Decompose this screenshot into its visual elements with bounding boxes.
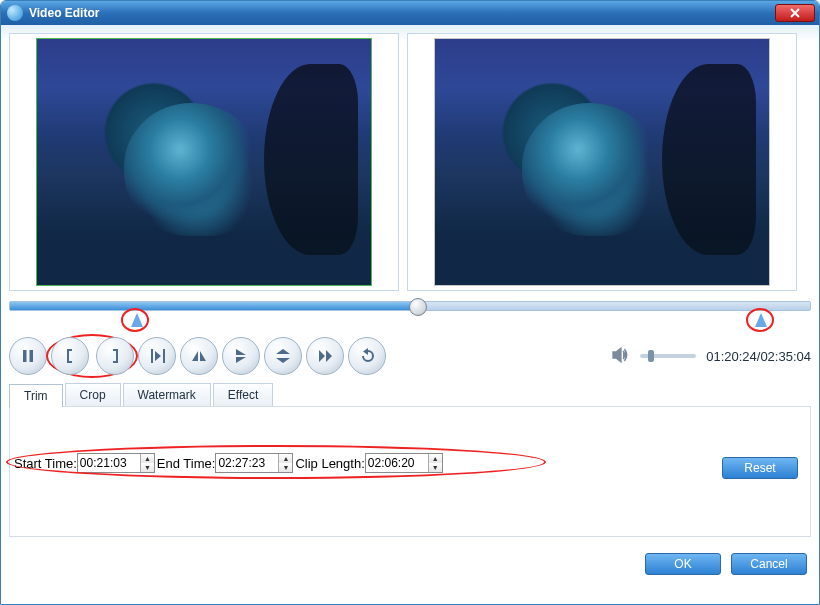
clip-length-label: Clip Length: [295, 456, 364, 471]
start-time-down[interactable]: ▼ [141, 463, 154, 472]
preview-original [9, 33, 399, 291]
tab-effect[interactable]: Effect [213, 383, 273, 406]
mirror-button[interactable] [264, 337, 302, 375]
highlight-start-marker [121, 308, 149, 332]
volume-icon [610, 345, 630, 367]
window-title: Video Editor [29, 6, 99, 20]
start-time-up[interactable]: ▲ [141, 454, 154, 463]
trim-fields-row: Start Time: ▲▼ End Time: ▲▼ Clip Length:… [14, 453, 800, 473]
start-time-spinner[interactable]: ▲▼ [77, 453, 155, 473]
set-start-bracket-button[interactable] [51, 337, 89, 375]
undo-button[interactable] [348, 337, 386, 375]
ok-button[interactable]: OK [645, 553, 721, 575]
next-frame-button[interactable] [306, 337, 344, 375]
pause-button[interactable] [9, 337, 47, 375]
end-time-input[interactable] [216, 454, 278, 472]
flip-vertical-button[interactable] [222, 337, 260, 375]
preview-output-image [434, 38, 770, 286]
end-time-up[interactable]: ▲ [279, 454, 292, 463]
set-end-bracket-button[interactable] [96, 337, 134, 375]
tab-trim[interactable]: Trim [9, 384, 63, 407]
clip-length-up[interactable]: ▲ [429, 454, 442, 463]
tab-crop[interactable]: Crop [65, 383, 121, 406]
clip-length-spinner[interactable]: ▲▼ [365, 453, 443, 473]
footer-buttons: OK Cancel [9, 553, 811, 575]
volume-thumb[interactable] [648, 350, 654, 362]
tab-strip: Trim Crop Watermark Effect [9, 383, 811, 407]
play-segment-button[interactable] [138, 337, 176, 375]
preview-row [9, 33, 811, 291]
controls-row: 01:20:24/02:35:04 [9, 337, 811, 375]
end-time-spinner[interactable]: ▲▼ [215, 453, 293, 473]
svg-rect-1 [30, 350, 34, 362]
end-time-down[interactable]: ▼ [279, 463, 292, 472]
clip-length-input[interactable] [366, 454, 428, 472]
trim-panel: Start Time: ▲▼ End Time: ▲▼ Clip Length:… [9, 407, 811, 537]
tab-watermark[interactable]: Watermark [123, 383, 211, 406]
video-editor-window: Video Editor [0, 0, 820, 605]
timeline-markers [9, 311, 811, 333]
svg-rect-0 [23, 350, 27, 362]
close-button[interactable] [775, 4, 815, 22]
time-readout: 01:20:24/02:35:04 [706, 349, 811, 364]
app-icon [7, 5, 23, 21]
highlight-end-marker [746, 308, 774, 332]
flip-horizontal-button[interactable] [180, 337, 218, 375]
content-area: 01:20:24/02:35:04 Trim Crop Watermark Ef… [1, 25, 819, 583]
preview-original-image [36, 38, 372, 286]
start-time-label: Start Time: [14, 456, 77, 471]
timeline-fill [10, 302, 418, 310]
preview-output [407, 33, 797, 291]
titlebar[interactable]: Video Editor [1, 1, 819, 25]
start-time-input[interactable] [78, 454, 140, 472]
reset-button[interactable]: Reset [722, 457, 798, 479]
cancel-button[interactable]: Cancel [731, 553, 807, 575]
volume-slider[interactable] [640, 354, 696, 358]
end-time-label: End Time: [157, 456, 216, 471]
clip-length-down[interactable]: ▼ [429, 463, 442, 472]
